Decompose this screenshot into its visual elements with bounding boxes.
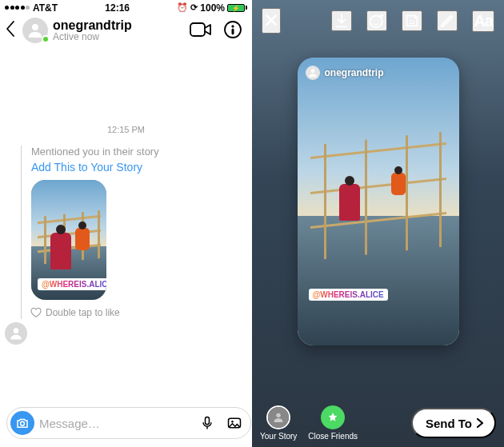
presence-indicator (42, 35, 50, 43)
chevron-right-icon (475, 417, 485, 429)
battery-pct: 100% (200, 2, 225, 14)
face-sparkle-icon (368, 12, 386, 30)
dm-screen: AT&T 12:16 ⏰ ⟳ 100% ⚡ onegrandtrip Activ… (0, 0, 252, 447)
draw-button[interactable] (437, 10, 458, 31)
person-icon (8, 325, 24, 341)
battery-icon: ⚡ (227, 4, 247, 12)
story-preview-card[interactable]: onegrandtrip @WHEREIS.ALICE (298, 58, 459, 345)
effects-button[interactable] (366, 10, 387, 31)
download-icon (333, 12, 350, 30)
status-left: AT&T (5, 2, 58, 14)
status-bar: AT&T 12:16 ⏰ ⟳ 100% ⚡ (0, 0, 252, 14)
your-story-avatar (268, 407, 289, 428)
user-avatar[interactable] (22, 18, 48, 43)
story-author: onegrandtrip (306, 66, 384, 80)
status-right: ⏰ ⟳ 100% ⚡ (177, 2, 247, 14)
person-icon (272, 411, 285, 424)
double-tap-hint: Double tap to like (30, 306, 159, 319)
header-actions (188, 18, 244, 43)
text-button[interactable]: Aa (472, 10, 494, 32)
svg-rect-1 (190, 23, 205, 36)
message-input[interactable] (39, 417, 191, 430)
camera-icon (15, 416, 30, 430)
svg-point-15 (310, 69, 314, 73)
svg-point-3 (232, 25, 234, 26)
svg-point-11 (374, 20, 375, 22)
status-time: 12:16 (105, 2, 130, 14)
image-icon (226, 415, 242, 431)
info-button[interactable] (222, 18, 244, 43)
dm-username: onegrandtrip (53, 18, 183, 33)
share-bar: Your Story Close Friends Send To (252, 405, 504, 441)
svg-point-6 (21, 421, 25, 425)
video-call-button[interactable] (188, 20, 214, 42)
video-icon (190, 22, 212, 38)
svg-point-5 (14, 328, 19, 333)
svg-point-16 (276, 413, 280, 417)
sender-avatar[interactable] (5, 322, 27, 345)
svg-point-14 (413, 20, 414, 22)
reply-rail (21, 146, 22, 319)
pen-icon (438, 12, 456, 30)
mic-icon (199, 415, 215, 431)
heart-icon (30, 306, 42, 319)
signal-icon (5, 6, 30, 10)
message-field[interactable] (6, 407, 251, 439)
dm-titles[interactable]: onegrandtrip Active now (53, 18, 183, 43)
message-timestamp: 12:15 PM (10, 125, 242, 134)
mention-sticker[interactable]: @WHEREIS.ALICE (309, 289, 388, 301)
svg-point-0 (32, 24, 38, 30)
message-composer: ＋ (0, 402, 252, 447)
star-icon (326, 411, 339, 424)
sticker-icon (403, 12, 421, 30)
orientation-lock-icon: ⟳ (190, 2, 198, 13)
dm-header: onegrandtrip Active now (0, 14, 252, 48)
close-friends-icon (321, 405, 345, 429)
svg-point-9 (231, 421, 234, 423)
dm-thread: 12:15 PM Mentioned you in their story Ad… (0, 48, 252, 402)
svg-point-12 (378, 20, 379, 22)
story-mention-message: Mentioned you in their story Add This to… (10, 146, 242, 319)
voice-button[interactable] (196, 412, 218, 434)
sticker-button[interactable] (402, 10, 422, 31)
story-thumbnail[interactable]: @WHEREIS.ALICE (31, 180, 106, 300)
gallery-button[interactable] (223, 412, 246, 434)
svg-point-13 (410, 20, 412, 22)
camera-button[interactable] (10, 411, 34, 435)
chevron-left-icon (5, 20, 16, 38)
editor-toolbar: ✕ Aa (252, 0, 504, 38)
story-editor-screen: ✕ Aa onegrandtrip @WHEREIS. (252, 0, 504, 447)
back-button[interactable] (3, 18, 18, 42)
person-icon (307, 67, 318, 78)
close-icon: ✕ (263, 10, 279, 32)
send-to-label: Send To (426, 417, 472, 430)
svg-rect-7 (206, 417, 210, 425)
save-button[interactable] (331, 10, 352, 31)
send-to-button[interactable]: Send To (411, 408, 496, 438)
svg-point-10 (370, 16, 382, 28)
story-author-avatar (306, 66, 320, 80)
info-icon (223, 20, 242, 39)
thumb-mention: @WHEREIS.ALICE (42, 280, 106, 289)
carrier-label: AT&T (33, 2, 58, 14)
story-author-name: onegrandtrip (325, 67, 384, 78)
add-to-story-link[interactable]: Add This to Your Story (31, 161, 159, 174)
svg-rect-4 (232, 29, 234, 34)
mention-caption: Mentioned you in their story (31, 146, 159, 158)
your-story-button[interactable]: Your Story (260, 405, 297, 441)
your-story-label: Your Story (260, 432, 297, 441)
close-friends-label: Close Friends (308, 432, 358, 441)
alarm-icon: ⏰ (177, 2, 188, 13)
text-aa-icon: Aa (474, 12, 493, 30)
close-button[interactable]: ✕ (262, 8, 281, 34)
close-friends-button[interactable]: Close Friends (308, 405, 358, 441)
dm-status: Active now (53, 32, 183, 42)
